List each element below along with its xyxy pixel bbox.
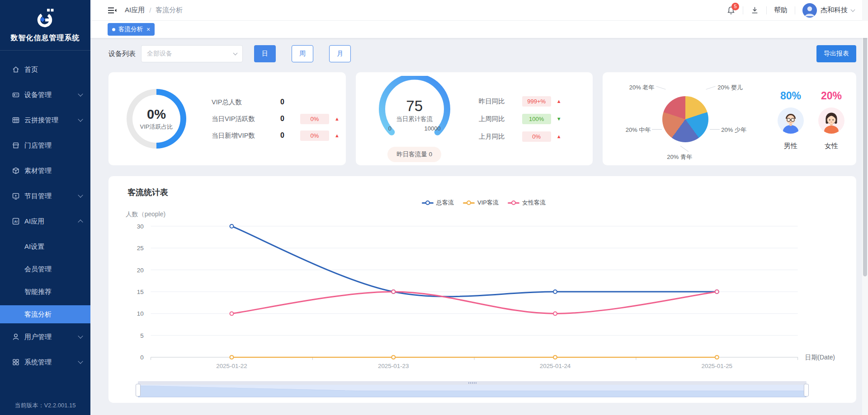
datazoom-right-handle[interactable]: [804, 384, 809, 396]
system-grid-icon: [12, 358, 20, 366]
sidebar-item-system-mgmt[interactable]: 系统管理: [0, 353, 90, 371]
chart-title: 客流统计表: [127, 187, 845, 198]
trend-down-icon: ▼: [557, 116, 561, 121]
sidebar-item-program-mgmt[interactable]: 节目管理: [0, 187, 90, 205]
main-area: AI应用 / 客流分析 5 帮助: [90, 0, 868, 415]
line-chart: 0510152025302025-01-222025-01-232025-01-…: [122, 208, 845, 379]
stat-cards-row: 0% VIP活跃占比 VIP总人数 0 当日VIP活跃数 0 0%: [108, 72, 856, 165]
datazoom-grip[interactable]: [468, 382, 476, 384]
page-scrollbar[interactable]: [862, 0, 868, 415]
help-link[interactable]: 帮助: [774, 6, 788, 14]
male-percent: 80%: [780, 90, 801, 102]
app-root: 数智化信息管理系统 首页 设备管理 云拼接管理: [0, 0, 868, 415]
sidebar-item-cloud-splice-mgmt[interactable]: 云拼接管理: [0, 111, 90, 129]
content-area: 设备列表 全部设备 日 周 月 导出报表 0%: [90, 38, 868, 415]
device-select[interactable]: 全部设备: [141, 45, 243, 62]
sidebar-collapse-icon[interactable]: [108, 6, 117, 14]
home-icon: [12, 65, 20, 74]
trend-badge: 999+%: [522, 96, 551, 107]
device-select-placeholder: 全部设备: [147, 50, 234, 58]
tab-close-icon[interactable]: ×: [146, 26, 150, 33]
yesterday-traffic-pill: 昨日客流量 0: [387, 147, 441, 162]
legend-item[interactable]: VIP客流: [463, 199, 499, 207]
notification-badge: 5: [731, 3, 739, 10]
sidebar-item-user-mgmt[interactable]: 用户管理: [0, 328, 90, 346]
svg-text:0: 0: [140, 354, 143, 361]
device-list-label: 设备列表: [108, 50, 136, 58]
range-toggle-group: 日 周 月: [254, 45, 351, 62]
legend-item[interactable]: 总客流: [422, 199, 454, 207]
daily-traffic-card: 75 当日累计客流 0 10000 昨日客流量 0 昨日同比 999+%: [356, 72, 593, 165]
stat-row: 上月同比 0% ▲: [479, 131, 561, 142]
topbar: AI应用 / 客流分析 5 帮助: [90, 0, 868, 21]
sidebar-item-device-mgmt[interactable]: 设备管理: [0, 86, 90, 104]
chevron-down-icon: [78, 192, 83, 197]
cube-icon: [12, 167, 20, 175]
trend-badge: 0%: [522, 131, 551, 142]
daily-traffic-gauge: 75 当日累计客流 0 10000 昨日客流量 0: [375, 76, 454, 162]
brand-logo-icon: [35, 8, 56, 31]
notifications-bell-icon[interactable]: 5: [726, 6, 736, 15]
user-icon: [12, 333, 20, 341]
sidebar-item-ai-settings[interactable]: AI设置: [0, 238, 90, 256]
pie-chart: [662, 96, 708, 142]
sidebar-item-home[interactable]: 首页: [0, 61, 90, 79]
female-ratio: 20%: [818, 90, 844, 150]
female-label: 女性: [825, 142, 838, 150]
sidebar-item-member-mgmt[interactable]: 会员管理: [0, 260, 90, 278]
company-name: 杰和科技: [821, 6, 848, 14]
trend-up-icon: ▲: [557, 98, 561, 104]
chevron-down-icon: [78, 359, 83, 364]
range-week-button[interactable]: 周: [292, 45, 313, 62]
male-ratio: 80%: [778, 90, 804, 150]
stat-row: 当日VIP活跃数 0 0% ▲: [212, 113, 340, 124]
vip-activity-donut: 0% VIP活跃占比: [127, 89, 186, 149]
sidebar-item-smart-recommend[interactable]: 智能推荐: [0, 283, 90, 301]
tab-traffic-analysis[interactable]: 客流分析 ×: [108, 23, 155, 36]
trend-badge: 0%: [300, 114, 329, 124]
sidebar-item-store-mgmt[interactable]: 门店管理: [0, 136, 90, 154]
account-menu[interactable]: 杰和科技: [802, 3, 854, 18]
sidebar: 数智化信息管理系统 首页 设备管理 云拼接管理: [0, 0, 90, 415]
chevron-up-icon: [78, 219, 83, 224]
daily-traffic-value: 75: [406, 98, 423, 115]
sidebar-item-ai-apps[interactable]: AI AI应用: [0, 212, 90, 230]
export-report-button[interactable]: 导出报表: [816, 45, 856, 62]
female-avatar: [818, 107, 844, 135]
daily-traffic-caption: 当日累计客流: [396, 115, 433, 123]
trend-badge: 100%: [522, 114, 551, 124]
sidebar-item-traffic-analysis[interactable]: 客流分析: [0, 305, 90, 323]
chevron-down-icon: [851, 7, 855, 12]
gender-ratio: 80%: [778, 87, 844, 150]
stat-row: VIP总人数 0: [212, 97, 340, 107]
program-screen-icon: [12, 192, 20, 200]
sidebar-item-material-mgmt[interactable]: 素材管理: [0, 162, 90, 180]
chevron-down-icon: [78, 117, 83, 121]
pie-label-youth: 20% 青年: [667, 153, 692, 161]
store-icon: [12, 141, 20, 149]
breadcrumb: AI应用 / 客流分析: [125, 6, 183, 14]
datazoom-left-handle[interactable]: [136, 384, 141, 396]
chart-legend: 总客流VIP客流女性客流: [122, 198, 845, 208]
range-day-button[interactable]: 日: [254, 45, 276, 62]
age-distribution-pie: 20% 老年 20% 婴儿 20% 中年 20% 少年 20% 青年: [607, 74, 765, 164]
stat-row: 当日新增VIP数 0 0% ▲: [212, 130, 340, 141]
female-percent: 20%: [821, 90, 842, 102]
download-icon[interactable]: [750, 6, 759, 14]
stat-row: 昨日同比 999+% ▲: [479, 96, 561, 107]
sidebar-menu: 首页 设备管理 云拼接管理 门店管理: [0, 51, 90, 371]
trend-up-icon: ▲: [335, 116, 340, 121]
version-label: 当前版本：V2.2.001.15: [0, 401, 90, 410]
breadcrumb-parent[interactable]: AI应用: [125, 6, 145, 14]
ai-icon: AI: [12, 217, 20, 225]
svg-text:2025-01-22: 2025-01-22: [216, 363, 247, 369]
stat-row: 上周同比 100% ▼: [479, 113, 561, 124]
scrollbar-thumb[interactable]: [863, 23, 867, 276]
avatar: [802, 3, 817, 18]
gauge-max: 10000: [425, 125, 441, 132]
legend-item[interactable]: 女性客流: [508, 199, 546, 207]
datazoom-slider[interactable]: [138, 381, 807, 398]
range-month-button[interactable]: 月: [329, 45, 351, 62]
filter-row: 设备列表 全部设备 日 周 月 导出报表: [108, 45, 856, 62]
pie-label-middle-aged: 20% 中年: [607, 126, 651, 134]
